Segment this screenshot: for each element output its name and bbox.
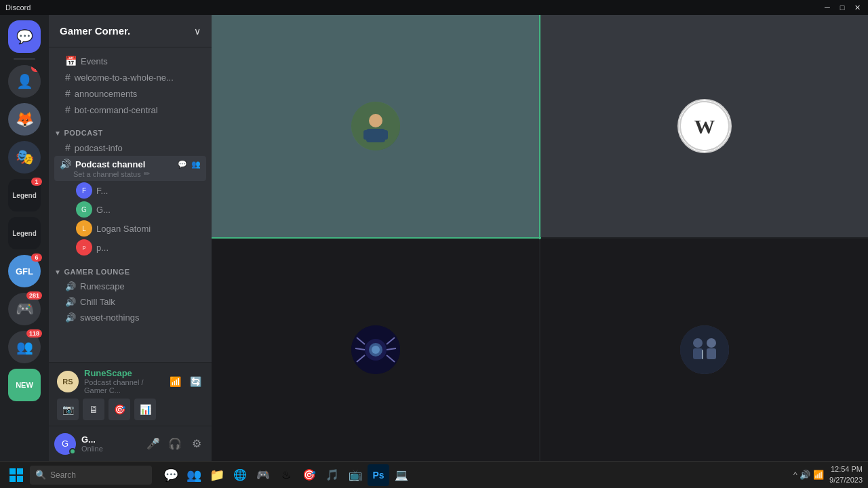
voice-user-f-name: F... <box>96 186 108 196</box>
taskbar-search[interactable]: 🔍 Search <box>30 466 152 485</box>
chat-icon: 💬 <box>178 160 187 169</box>
voice-connected-app-name: RuneScape <box>84 368 161 378</box>
avatar-spider-svg <box>351 325 400 374</box>
chevron-down-icon: ∨ <box>194 26 201 37</box>
channel-bot-command[interactable]: # bot-command-central <box>54 102 206 118</box>
taskbar-chrome[interactable]: 🌐 <box>229 464 251 486</box>
voice-connected-info: RuneScape Podcast channel / Gamer C... <box>84 368 161 394</box>
taskbar-app2[interactable]: 📺 <box>344 464 366 486</box>
category-chevron-gamer-lounge: ▼ <box>54 268 61 276</box>
channel-chill-talk[interactable]: 🔊 Chill Talk <box>54 294 206 310</box>
channel-announcements[interactable]: # announcements <box>54 85 206 102</box>
voice-user-g-name: G... <box>96 205 111 215</box>
server-icon-8[interactable]: 👥 118 <box>8 331 41 363</box>
channel-podcast-info[interactable]: # podcast-info <box>54 140 206 156</box>
taskbar-systray-icons: ^ 🔊 📶 <box>793 470 824 480</box>
headset-button[interactable]: 🎧 <box>165 434 184 453</box>
server-divider <box>14 58 35 60</box>
voice-user-logan[interactable]: L Logan Satomi <box>54 219 206 238</box>
category-podcast[interactable]: ▼ PODCAST <box>49 118 212 140</box>
taskbar-icons: 💬 👥 📁 🌐 🎮 ♨ 🎯 🎵 📺 Ps 💻 <box>155 464 793 486</box>
speaker-icon: 🔊 <box>60 159 71 169</box>
maximize-button[interactable]: □ <box>837 3 848 12</box>
video-tile-bottom-right <box>540 239 868 461</box>
server-badge-8: 118 <box>26 329 42 338</box>
voice-user-f[interactable]: F F... <box>54 181 206 200</box>
channel-sidebar: Gamer Corner. ∨ 📅 Events # welcome-to-a-… <box>49 15 212 461</box>
taskbar-files[interactable]: 📁 <box>206 464 228 486</box>
svg-point-1 <box>369 114 382 127</box>
channel-announcements-name: announcements <box>75 89 138 99</box>
taskbar-epic[interactable]: 🎯 <box>298 464 320 486</box>
channel-sweet-nothings[interactable]: 🔊 sweet-nothings <box>54 310 206 325</box>
user-controls: 🎤 🎧 ⚙ <box>144 434 206 453</box>
settings-button[interactable]: ⚙ <box>187 434 206 453</box>
voice-connected-channel: Podcast channel / Gamer C... <box>84 378 161 394</box>
camera-button[interactable]: 📷 <box>57 399 79 420</box>
start-button[interactable] <box>5 464 27 486</box>
voice-connected-icons: 📶 🔄 <box>167 373 203 390</box>
speaker-icon-chill: 🔊 <box>65 297 76 307</box>
server-header[interactable]: Gamer Corner. ∨ <box>49 15 212 47</box>
svg-rect-3 <box>363 130 369 140</box>
svg-rect-2 <box>366 129 385 142</box>
mic-button[interactable]: 🎤 <box>144 434 163 453</box>
server-icon-1[interactable]: 👤 1 <box>8 65 41 98</box>
chart-button[interactable]: 📊 <box>134 399 156 420</box>
server-icon-2[interactable]: 🦊 <box>8 103 41 136</box>
user-status-dot <box>69 448 76 455</box>
taskbar-date: 9/27/2023 <box>829 475 863 485</box>
server-badge-1: 1 <box>31 65 41 72</box>
server-icon-new[interactable]: NEW <box>8 369 41 401</box>
user-avatar-wrap: G <box>54 433 76 455</box>
titlebar-title: Discord <box>5 3 822 12</box>
server-badge-legend-1: 1 <box>31 178 42 186</box>
voice-connected-top: RS RuneScape Podcast channel / Gamer C..… <box>57 368 203 394</box>
channel-status-text: Set a channel status <box>73 170 141 178</box>
close-button[interactable]: ✕ <box>852 3 863 12</box>
channel-runescape[interactable]: 🔊 Runescape <box>54 279 206 294</box>
taskbar-game1[interactable]: 🎮 <box>252 464 274 486</box>
svg-rect-25 <box>17 468 23 474</box>
server-icon-home[interactable]: 💬 <box>8 20 41 53</box>
category-podcast-label: PODCAST <box>64 129 102 137</box>
taskbar-app3[interactable]: 💻 <box>391 464 412 486</box>
events-channel[interactable]: 📅 Events <box>54 53 206 69</box>
activity-button[interactable]: 🎯 <box>108 399 130 420</box>
server-icon-3[interactable]: 🎭 <box>8 141 41 174</box>
signal-icon[interactable]: 📶 <box>167 373 183 390</box>
events-label: Events <box>81 56 108 66</box>
channel-sweet-nothings-name: sweet-nothings <box>80 312 139 323</box>
svg-rect-24 <box>9 468 16 474</box>
server-icon-legend-2[interactable]: Legend <box>8 217 41 249</box>
avatar-spider-wrap <box>351 325 400 374</box>
server-icon-7[interactable]: 🎮 281 <box>8 293 41 325</box>
taskbar-app1[interactable]: 🎵 <box>321 464 343 486</box>
svg-rect-22 <box>707 348 716 359</box>
taskbar-discord[interactable]: 💬 <box>160 464 182 486</box>
channel-welcome[interactable]: # welcome-to-a-whole-ne... <box>54 69 206 85</box>
voice-user-g[interactable]: G G... <box>54 200 206 219</box>
speaker-icon-sweet: 🔊 <box>65 312 76 323</box>
hash-icon-3: # <box>65 104 71 115</box>
windows-icon <box>9 468 23 482</box>
taskbar-steam[interactable]: ♨ <box>275 464 297 486</box>
taskbar-ps[interactable]: Ps <box>368 464 389 486</box>
user-name: G... <box>81 434 138 445</box>
category-gamer-lounge[interactable]: ▼ GAMER LOUNGE <box>49 257 212 279</box>
taskbar-people[interactable]: 👥 <box>183 464 205 486</box>
channel-podcast-voice[interactable]: 🔊 Podcast channel 💬 👥 Set a channel stat… <box>54 156 206 181</box>
channel-podcast-info-name: podcast-info <box>75 143 123 153</box>
titlebar: Discord ─ □ ✕ <box>0 0 868 15</box>
hash-icon-2: # <box>65 88 71 99</box>
podcast-channel-name: Podcast channel <box>75 159 174 169</box>
server-icon-legend-1[interactable]: Legend 1 <box>8 179 41 211</box>
screen-share-button[interactable]: 🖥 <box>83 399 104 420</box>
minimize-button[interactable]: ─ <box>822 3 833 12</box>
edit-icon: ✏ <box>144 169 150 178</box>
refresh-icon[interactable]: 🔄 <box>187 373 203 390</box>
channel-chill-talk-name: Chill Talk <box>80 297 115 307</box>
server-icon-gfl[interactable]: GFL 6 <box>8 255 41 287</box>
avatar-soldiers-wrap <box>680 325 729 374</box>
voice-user-p[interactable]: p p... <box>54 238 206 257</box>
